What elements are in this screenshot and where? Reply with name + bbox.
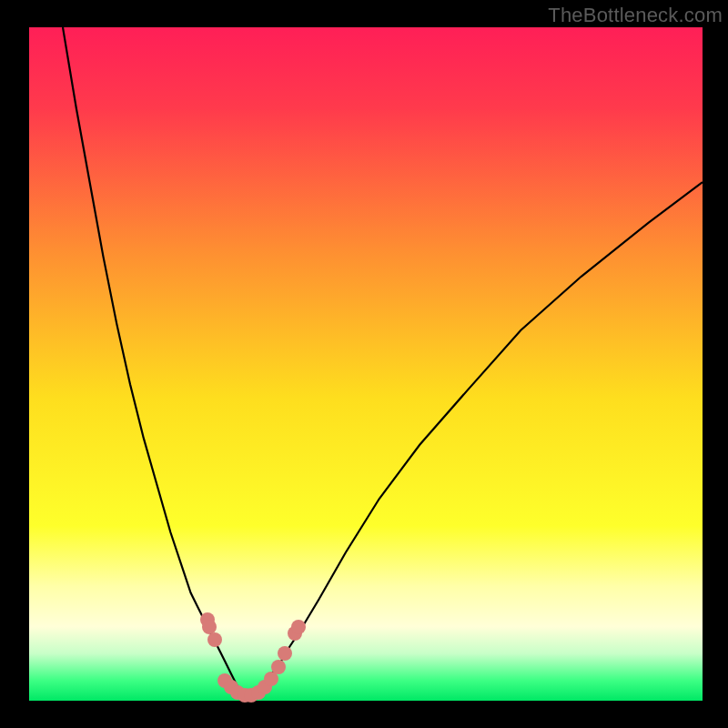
curve-left-branch [63,27,245,701]
data-point-marker [278,646,292,661]
plot-area [29,27,703,701]
data-point-marker [202,620,217,634]
bottleneck-curves [29,27,703,701]
watermark-text: TheBottleneck.com [548,4,723,27]
chart-frame: TheBottleneck.com [0,0,728,728]
data-point-marker [271,660,286,674]
data-point-marker [207,632,222,647]
data-point-marker [291,620,306,634]
curve-right-branch [251,182,703,701]
